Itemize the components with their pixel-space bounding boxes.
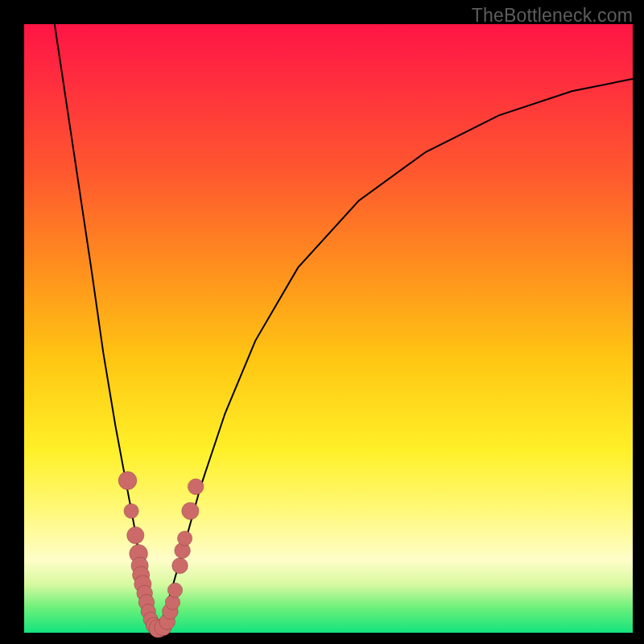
data-marker bbox=[127, 526, 144, 543]
curve-layer bbox=[24, 24, 633, 633]
data-marker bbox=[118, 472, 137, 490]
data-marker bbox=[124, 504, 138, 518]
attribution-label: TheBottleneck.com bbox=[472, 5, 633, 27]
data-marker bbox=[182, 502, 199, 519]
curve-right-branch bbox=[158, 79, 633, 626]
data-marker bbox=[172, 558, 188, 574]
plot-area bbox=[24, 24, 633, 633]
data-marker bbox=[188, 479, 204, 495]
data-marker bbox=[178, 531, 192, 546]
data-marker bbox=[167, 583, 182, 597]
chart-frame: TheBottleneck.com bbox=[0, 0, 644, 644]
marker-group bbox=[118, 472, 204, 638]
